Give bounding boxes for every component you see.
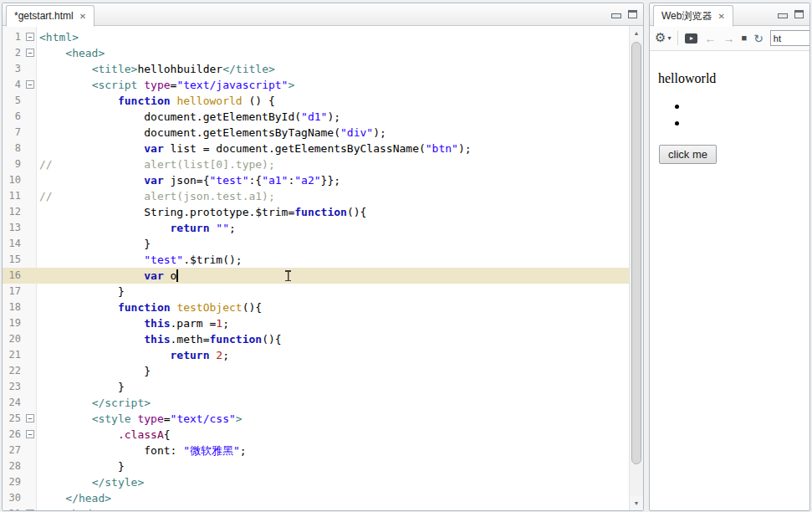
open-external-browser-button[interactable]: ▸ bbox=[685, 33, 697, 44]
line-number: 10 bbox=[3, 172, 24, 188]
tab-getstart-html[interactable]: *getstart.html ✕ bbox=[6, 5, 94, 27]
line-number: 4 bbox=[3, 77, 24, 93]
code-text: document.getElementById("d1"); bbox=[36, 109, 629, 125]
code-text: return 2; bbox=[36, 347, 629, 363]
code-line[interactable]: 6 document.getElementById("d1"); bbox=[3, 109, 629, 125]
code-line[interactable]: 10 var json={"test":{"a1":"a2"}}; bbox=[3, 172, 629, 188]
code-line[interactable]: 28 } bbox=[3, 458, 629, 474]
code-line[interactable]: 14 } bbox=[3, 236, 629, 252]
scroll-down-icon[interactable]: ▼ bbox=[630, 496, 643, 510]
code-line[interactable]: 16 var o bbox=[3, 268, 629, 284]
code-line[interactable]: 31− <body> bbox=[3, 506, 629, 510]
code-token: "微软雅黑" bbox=[183, 444, 240, 457]
code-token: { bbox=[164, 428, 171, 441]
code-line[interactable]: 24 </script> bbox=[3, 395, 629, 411]
back-button[interactable]: ← bbox=[704, 33, 716, 44]
code-line[interactable]: 12 String.prototype.$trim=function(){ bbox=[3, 204, 629, 220]
line-number: 25 bbox=[3, 411, 24, 427]
fold-margin bbox=[24, 363, 36, 379]
fold-collapse-icon[interactable]: − bbox=[26, 509, 34, 510]
code-line[interactable]: 30 </head> bbox=[3, 490, 629, 506]
code-token: } bbox=[39, 285, 125, 298]
line-number: 14 bbox=[3, 236, 24, 252]
fold-margin bbox=[24, 315, 36, 331]
fold-margin bbox=[24, 443, 36, 458]
code-text: <title>hellohbuilder</title> bbox=[36, 61, 629, 77]
line-number: 1 bbox=[3, 29, 24, 45]
maximize-icon[interactable] bbox=[628, 10, 637, 18]
code-line[interactable]: 29 </style> bbox=[3, 474, 629, 490]
code-token: font: bbox=[39, 444, 183, 457]
settings-button[interactable]: ⚙ ▾ bbox=[655, 32, 671, 44]
code-line[interactable]: 13 return ""; bbox=[3, 220, 629, 236]
code-text: } bbox=[36, 379, 629, 395]
code-token: <head> bbox=[65, 47, 105, 59]
code-token: json={ bbox=[164, 174, 210, 187]
code-token: function bbox=[118, 95, 171, 107]
code-line[interactable]: 23 } bbox=[3, 379, 629, 395]
code-line[interactable]: 17 } bbox=[3, 284, 629, 300]
code-line[interactable]: 2− <head> bbox=[3, 45, 629, 61]
fold-margin bbox=[24, 458, 36, 474]
chevron-down-icon: ▾ bbox=[667, 34, 671, 42]
minimize-icon[interactable] bbox=[611, 10, 620, 18]
browser-viewport: helloworld click me bbox=[650, 51, 809, 171]
code-line[interactable]: 9// alert(list[0].type); bbox=[3, 156, 629, 172]
maximize-icon[interactable] bbox=[794, 10, 804, 18]
code-line[interactable]: 1−<html> bbox=[3, 29, 629, 45]
close-icon[interactable]: ✕ bbox=[718, 12, 724, 21]
code-line[interactable]: 20 this.meth=function(){ bbox=[3, 331, 629, 347]
code-line[interactable]: 5 function helloworld () { bbox=[3, 93, 629, 109]
fold-collapse-icon[interactable]: − bbox=[26, 80, 34, 89]
fold-collapse-icon[interactable]: − bbox=[26, 414, 34, 422]
code-token bbox=[39, 508, 65, 510]
code-token: } bbox=[39, 238, 151, 250]
code-line[interactable]: 19 this.parm =1; bbox=[3, 315, 629, 331]
line-number: 9 bbox=[3, 156, 24, 172]
code-token bbox=[39, 63, 92, 75]
code-line[interactable]: 22 } bbox=[3, 363, 629, 379]
code-line[interactable]: 21 return 2; bbox=[3, 347, 629, 363]
code-line[interactable]: 18 function testObject(){ bbox=[3, 300, 629, 315]
editor-tabbar: *getstart.html ✕ bbox=[3, 3, 643, 26]
code-line[interactable]: 15 "test".$trim(); bbox=[3, 252, 629, 268]
forward-button[interactable]: → bbox=[723, 33, 734, 44]
stop-button[interactable]: ■ bbox=[741, 33, 747, 43]
code-token bbox=[39, 333, 144, 346]
code-line[interactable]: 7 document.getElementsByTagName("div"); bbox=[3, 125, 629, 141]
code-line[interactable]: 26− .classA{ bbox=[3, 427, 629, 443]
minimize-icon[interactable] bbox=[778, 10, 787, 18]
code-text: return ""; bbox=[36, 220, 629, 236]
external-browser-icon: ▸ bbox=[685, 33, 697, 44]
code-token: "test" bbox=[210, 174, 249, 187]
code-token: () { bbox=[243, 95, 275, 107]
code-line[interactable]: 25− <style type="text/css"> bbox=[3, 411, 629, 427]
fold-collapse-icon[interactable]: − bbox=[26, 33, 34, 41]
code-token bbox=[39, 95, 118, 107]
fold-margin bbox=[24, 125, 36, 141]
code-line[interactable]: 3 <title>hellohbuilder</title> bbox=[3, 61, 629, 77]
fold-margin: − bbox=[24, 427, 36, 443]
code-token: this bbox=[144, 333, 170, 346]
scrollbar-thumb[interactable] bbox=[631, 42, 641, 464]
fold-collapse-icon[interactable]: − bbox=[26, 430, 34, 438]
editor-scrollbar[interactable]: ▲ ▼ bbox=[629, 26, 643, 510]
scroll-up-icon[interactable]: ▲ bbox=[630, 26, 643, 40]
fold-margin bbox=[24, 300, 36, 315]
line-number: 30 bbox=[3, 490, 24, 506]
code-text: <html> bbox=[36, 29, 629, 45]
close-icon[interactable]: ✕ bbox=[79, 12, 86, 21]
code-line[interactable]: 11// alert(json.test.a1); bbox=[3, 188, 629, 204]
code-token: document.getElementsByTagName( bbox=[39, 126, 340, 139]
code-editor[interactable]: 1−<html>2− <head>3 <title>hellohbuilder<… bbox=[3, 26, 643, 510]
fold-collapse-icon[interactable]: − bbox=[26, 49, 34, 57]
code-line[interactable]: 8 var list = document.getElementsByClass… bbox=[3, 141, 629, 156]
tab-web-browser[interactable]: Web浏览器 ✕ bbox=[653, 5, 733, 27]
code-line[interactable]: 27 font: "微软雅黑"; bbox=[3, 443, 629, 458]
code-token: "a2" bbox=[294, 174, 320, 187]
refresh-button[interactable]: ↻ bbox=[753, 33, 763, 44]
code-token: type bbox=[137, 412, 163, 425]
url-input[interactable] bbox=[770, 30, 809, 46]
code-line[interactable]: 4− <script type="text/javascript"> bbox=[3, 77, 629, 93]
click-me-button[interactable]: click me bbox=[659, 145, 717, 164]
